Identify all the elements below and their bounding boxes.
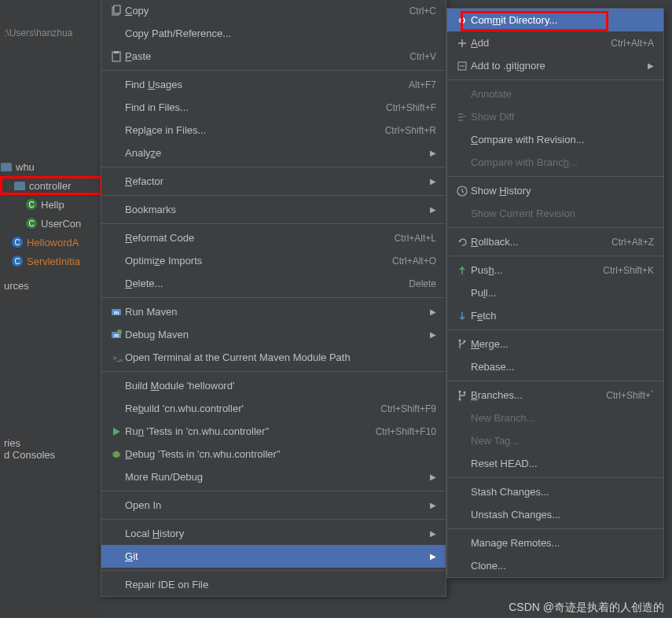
empty-icon xyxy=(108,550,125,563)
push-menuitem[interactable]: Push...Ctrl+Shift+K xyxy=(447,259,663,281)
separator xyxy=(101,167,446,167)
menuitem-label: Reset HEAD... xyxy=(471,458,654,469)
stash-menuitem[interactable]: Stash Changes... xyxy=(447,480,663,503)
debug-maven-menuitem[interactable]: mDebug Maven▶ xyxy=(101,323,446,346)
open-terminal-menuitem[interactable]: >_mOpen Terminal at the Current Maven Mo… xyxy=(101,346,446,369)
menuitem-label: Paste xyxy=(125,50,409,62)
unstash-menuitem[interactable]: Unstash Changes... xyxy=(447,503,663,526)
more-run-menuitem[interactable]: More Run/Debug▶ xyxy=(101,465,446,488)
menuitem-label: Open Terminal at the Current Maven Modul… xyxy=(125,351,436,363)
delete-menuitem[interactable]: Delete...Delete xyxy=(101,272,446,295)
debug-tests-menuitem[interactable]: Debug 'Tests in 'cn.whu.controller'' xyxy=(101,443,446,465)
separator xyxy=(101,519,446,520)
menuitem-label: Pull... xyxy=(471,287,654,299)
separator xyxy=(101,371,446,372)
add-gitignore-menuitem[interactable]: Add to .gitignore▶ xyxy=(447,54,663,77)
rollback-menuitem[interactable]: Rollback...Ctrl+Alt+Z xyxy=(447,230,663,253)
menuitem-label: Reformat Code xyxy=(125,232,395,244)
watermark: CSDN @奇迹是执着的人创造的 xyxy=(509,601,664,615)
usercon-item[interactable]: CUserCon xyxy=(0,214,102,233)
merge-icon xyxy=(454,338,471,351)
bug-icon xyxy=(108,448,125,461)
class-icon: C xyxy=(25,217,38,230)
reformat-menuitem[interactable]: Reformat CodeCtrl+Alt+L xyxy=(101,226,446,249)
new-tag-menuitem: New Tag... xyxy=(447,429,663,452)
clone-menuitem[interactable]: Clone... xyxy=(447,554,663,577)
hellp-item[interactable]: CHellp xyxy=(0,195,102,214)
controller-item[interactable]: controller xyxy=(0,176,102,195)
git-menuitem[interactable]: Git▶ xyxy=(101,545,446,568)
manage-remotes-menuitem[interactable]: Manage Remotes... xyxy=(447,532,663,554)
menuitem-label: Copy Path/Reference... xyxy=(125,28,436,39)
pull-menuitem[interactable]: Pull... xyxy=(447,281,663,304)
menuitem-label: Rollback... xyxy=(471,236,611,248)
copy-menuitem[interactable]: CopyCtrl+C xyxy=(101,0,446,22)
menuitem-label: Copy xyxy=(125,5,409,17)
open-in-menuitem[interactable]: Open In▶ xyxy=(101,494,446,517)
add-menuitem[interactable]: AddCtrl+Alt+A xyxy=(447,31,663,54)
empty-icon xyxy=(454,560,471,572)
merge-menuitem[interactable]: Merge... xyxy=(447,333,663,355)
run-maven-menuitem[interactable]: mRun Maven▶ xyxy=(101,300,446,323)
annotate-menuitem: Annotate xyxy=(447,83,663,105)
menuitem-label: Refactor xyxy=(125,175,425,187)
separator xyxy=(447,176,663,177)
svg-rect-3 xyxy=(114,51,119,53)
whu-item[interactable]: whu xyxy=(0,157,102,176)
replace-in-files-menuitem[interactable]: Replace in Files...Ctrl+Shift+R xyxy=(101,119,446,142)
refactor-menuitem[interactable]: Refactor▶ xyxy=(101,170,446,193)
menuitem-label: Bookmarks xyxy=(125,204,425,215)
branches-menuitem[interactable]: Branches...Ctrl+Shift+` xyxy=(447,384,663,406)
show-history-menuitem[interactable]: Show History xyxy=(447,179,663,202)
compare-rev-menuitem[interactable]: Compare with Revision... xyxy=(447,128,663,151)
class-icon: C xyxy=(25,198,38,211)
empty-icon xyxy=(108,124,125,137)
svg-text:m: m xyxy=(114,310,119,315)
commit-dir-menuitem[interactable]: Commit Directory... xyxy=(447,9,663,31)
copy-path-menuitem[interactable]: Copy Path/Reference... xyxy=(101,22,446,45)
paste-icon xyxy=(108,50,125,63)
separator xyxy=(447,477,663,478)
reset-head-menuitem[interactable]: Reset HEAD... xyxy=(447,452,663,475)
local-history-menuitem[interactable]: Local History▶ xyxy=(101,522,446,545)
helloworda-item[interactable]: CHellowordA xyxy=(0,233,102,252)
bookmarks-menuitem[interactable]: Bookmarks▶ xyxy=(101,198,446,221)
analyze-menuitem[interactable]: Analyze▶ xyxy=(101,142,446,164)
empty-icon xyxy=(108,528,125,540)
menuitem-label: Merge... xyxy=(471,338,654,350)
menuitem-label: Debug Maven xyxy=(125,329,425,340)
project-tree: whucontrollerCHellpCUserConCHellowordACS… xyxy=(0,157,102,270)
svg-point-8 xyxy=(117,329,122,334)
optimize-imports-menuitem[interactable]: Optimize ImportsCtrl+Alt+O xyxy=(101,249,446,272)
separator xyxy=(101,70,446,71)
fetch-icon xyxy=(454,310,471,322)
find-usages-menuitem[interactable]: Find UsagesAlt+F7 xyxy=(101,73,446,96)
build-module-menuitem[interactable]: Build Module 'helloword' xyxy=(101,374,446,397)
maven-t-icon: >_m xyxy=(108,351,125,364)
rebuild-menuitem[interactable]: Rebuild 'cn.whu.controller'Ctrl+Shift+F9 xyxy=(101,397,446,420)
servletinitia-item[interactable]: CServletInitia xyxy=(0,252,102,270)
separator xyxy=(101,297,446,298)
shortcut-label: Ctrl+Alt+Z xyxy=(611,237,654,248)
separator xyxy=(447,528,663,529)
shortcut-label: Ctrl+Shift+` xyxy=(606,390,654,401)
fetch-menuitem[interactable]: Fetch xyxy=(447,304,663,327)
folder-icon xyxy=(0,160,13,173)
shortcut-label: Ctrl+C xyxy=(409,6,436,17)
menuitem-label: Repair IDE on File xyxy=(125,579,436,590)
separator xyxy=(101,223,446,224)
submenu-arrow-icon: ▶ xyxy=(430,529,436,538)
svg-point-20 xyxy=(464,391,466,393)
run-tests-menuitem[interactable]: Run 'Tests in 'cn.whu.controller''Ctrl+S… xyxy=(101,420,446,443)
branch-icon xyxy=(454,389,471,402)
rebase-menuitem[interactable]: Rebase... xyxy=(447,355,663,378)
empty-icon xyxy=(108,232,125,245)
show-diff-menuitem: Show Diff xyxy=(447,105,663,128)
find-in-files-menuitem[interactable]: Find in Files...Ctrl+Shift+F xyxy=(101,96,446,119)
menuitem-label: Add to .gitignore xyxy=(471,60,643,72)
tree-label: whu xyxy=(16,161,35,173)
menuitem-label: Replace in Files... xyxy=(125,124,385,136)
repair-ide-menuitem[interactable]: Repair IDE on File xyxy=(101,573,446,596)
paste-menuitem[interactable]: PasteCtrl+V xyxy=(101,45,446,68)
separator xyxy=(101,570,446,571)
